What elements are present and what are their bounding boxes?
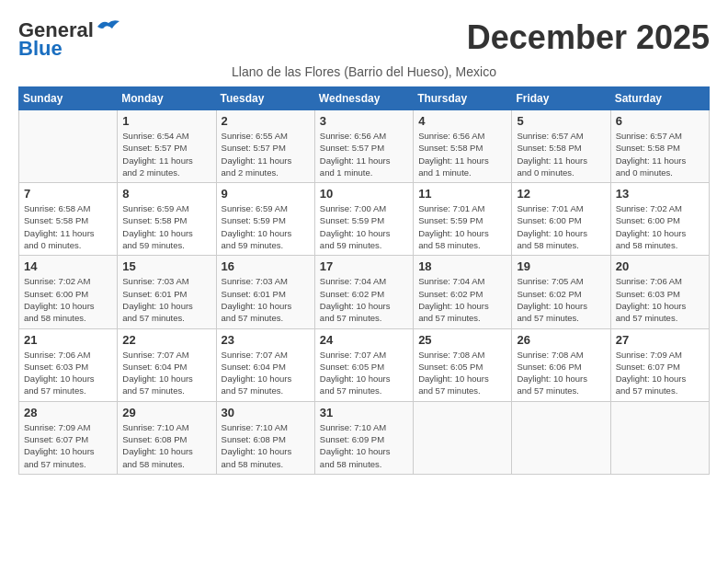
calendar-week-row: 7Sunrise: 6:58 AM Sunset: 5:58 PM Daylig… [19, 183, 710, 256]
day-info: Sunrise: 6:56 AM Sunset: 5:57 PM Dayligh… [320, 130, 408, 178]
day-info: Sunrise: 7:07 AM Sunset: 6:05 PM Dayligh… [320, 349, 408, 397]
day-number: 9 [222, 187, 310, 201]
calendar-cell: 6Sunrise: 6:57 AM Sunset: 5:58 PM Daylig… [610, 110, 709, 183]
calendar-cell: 8Sunrise: 6:59 AM Sunset: 5:58 PM Daylig… [118, 183, 216, 256]
calendar-cell: 10Sunrise: 7:00 AM Sunset: 5:59 PM Dayli… [314, 183, 413, 256]
day-info: Sunrise: 7:02 AM Sunset: 6:00 PM Dayligh… [24, 275, 112, 324]
calendar-week-row: 1Sunrise: 6:54 AM Sunset: 5:57 PM Daylig… [19, 110, 710, 183]
day-number: 15 [122, 259, 210, 273]
calendar-cell: 3Sunrise: 6:56 AM Sunset: 5:57 PM Daylig… [314, 110, 413, 183]
calendar-header-row: SundayMondayTuesdayWednesdayThursdayFrid… [19, 87, 710, 110]
day-number: 1 [122, 114, 210, 128]
calendar-table: SundayMondayTuesdayWednesdayThursdayFrid… [18, 86, 710, 475]
day-number: 30 [222, 406, 310, 419]
day-info: Sunrise: 7:04 AM Sunset: 6:02 PM Dayligh… [320, 275, 408, 324]
day-info: Sunrise: 7:03 AM Sunset: 6:01 PM Dayligh… [222, 275, 310, 324]
day-number: 16 [222, 259, 310, 273]
header-monday: Monday [118, 87, 216, 110]
calendar-cell: 14Sunrise: 7:02 AM Sunset: 6:00 PM Dayli… [19, 256, 118, 328]
calendar-cell [512, 401, 610, 474]
day-number: 18 [418, 259, 506, 273]
day-number: 29 [122, 406, 210, 419]
day-info: Sunrise: 6:59 AM Sunset: 5:59 PM Dayligh… [222, 202, 310, 251]
calendar-cell: 11Sunrise: 7:01 AM Sunset: 5:59 PM Dayli… [414, 183, 512, 256]
day-info: Sunrise: 7:10 AM Sunset: 6:08 PM Dayligh… [222, 421, 310, 470]
calendar-cell: 9Sunrise: 6:59 AM Sunset: 5:59 PM Daylig… [216, 183, 314, 256]
calendar-cell: 29Sunrise: 7:10 AM Sunset: 6:08 PM Dayli… [118, 401, 216, 474]
day-info: Sunrise: 7:10 AM Sunset: 6:09 PM Dayligh… [320, 421, 408, 470]
logo-bird-icon [96, 17, 121, 36]
day-info: Sunrise: 7:10 AM Sunset: 6:08 PM Dayligh… [122, 421, 210, 470]
day-number: 20 [616, 259, 704, 273]
day-number: 21 [24, 333, 112, 347]
calendar-cell: 12Sunrise: 7:01 AM Sunset: 6:00 PM Dayli… [512, 183, 610, 256]
logo: General Blue [18, 18, 121, 61]
month-title: December 2025 [467, 18, 710, 57]
day-info: Sunrise: 7:00 AM Sunset: 5:59 PM Dayligh… [320, 202, 408, 251]
location-subtitle: Llano de las Flores (Barrio del Hueso), … [18, 64, 710, 79]
header-saturday: Saturday [610, 87, 709, 110]
day-info: Sunrise: 7:01 AM Sunset: 6:00 PM Dayligh… [517, 202, 605, 251]
calendar-cell: 24Sunrise: 7:07 AM Sunset: 6:05 PM Dayli… [314, 328, 413, 401]
calendar-cell: 19Sunrise: 7:05 AM Sunset: 6:02 PM Dayli… [512, 256, 610, 328]
day-info: Sunrise: 6:57 AM Sunset: 5:58 PM Dayligh… [616, 130, 704, 178]
day-number: 6 [616, 114, 704, 128]
calendar-cell: 31Sunrise: 7:10 AM Sunset: 6:09 PM Dayli… [314, 401, 413, 474]
header-friday: Friday [512, 87, 610, 110]
calendar-cell: 30Sunrise: 7:10 AM Sunset: 6:08 PM Dayli… [216, 401, 314, 474]
day-info: Sunrise: 7:04 AM Sunset: 6:02 PM Dayligh… [418, 275, 506, 324]
calendar-cell: 16Sunrise: 7:03 AM Sunset: 6:01 PM Dayli… [216, 256, 314, 328]
calendar-week-row: 28Sunrise: 7:09 AM Sunset: 6:07 PM Dayli… [19, 401, 710, 474]
day-info: Sunrise: 6:54 AM Sunset: 5:57 PM Dayligh… [122, 130, 210, 178]
calendar-cell: 1Sunrise: 6:54 AM Sunset: 5:57 PM Daylig… [118, 110, 216, 183]
day-number: 5 [517, 114, 605, 128]
day-number: 11 [418, 187, 506, 201]
day-info: Sunrise: 7:08 AM Sunset: 6:05 PM Dayligh… [418, 349, 506, 397]
day-number: 4 [418, 114, 506, 128]
calendar-cell [610, 401, 709, 474]
day-number: 31 [320, 406, 408, 419]
day-number: 26 [517, 333, 605, 347]
day-info: Sunrise: 7:03 AM Sunset: 6:01 PM Dayligh… [122, 275, 210, 324]
day-number: 8 [122, 187, 210, 201]
day-info: Sunrise: 7:06 AM Sunset: 6:03 PM Dayligh… [24, 349, 112, 397]
day-number: 25 [418, 333, 506, 347]
day-number: 19 [517, 259, 605, 273]
day-number: 2 [222, 114, 310, 128]
calendar-cell [414, 401, 512, 474]
day-number: 23 [222, 333, 310, 347]
calendar-cell: 23Sunrise: 7:07 AM Sunset: 6:04 PM Dayli… [216, 328, 314, 401]
day-info: Sunrise: 7:05 AM Sunset: 6:02 PM Dayligh… [517, 275, 605, 324]
day-number: 14 [24, 259, 112, 273]
header-thursday: Thursday [414, 87, 512, 110]
day-number: 3 [320, 114, 408, 128]
calendar-cell: 26Sunrise: 7:08 AM Sunset: 6:06 PM Dayli… [512, 328, 610, 401]
page-header: General Blue December 2025 [18, 18, 710, 61]
day-info: Sunrise: 6:57 AM Sunset: 5:58 PM Dayligh… [517, 130, 605, 178]
day-number: 24 [320, 333, 408, 347]
day-number: 13 [616, 187, 704, 201]
calendar-cell: 25Sunrise: 7:08 AM Sunset: 6:05 PM Dayli… [414, 328, 512, 401]
day-number: 7 [24, 187, 112, 201]
calendar-cell: 20Sunrise: 7:06 AM Sunset: 6:03 PM Dayli… [610, 256, 709, 328]
calendar-cell: 21Sunrise: 7:06 AM Sunset: 6:03 PM Dayli… [19, 328, 118, 401]
day-info: Sunrise: 7:09 AM Sunset: 6:07 PM Dayligh… [24, 421, 112, 470]
calendar-cell: 2Sunrise: 6:55 AM Sunset: 5:57 PM Daylig… [216, 110, 314, 183]
day-info: Sunrise: 7:08 AM Sunset: 6:06 PM Dayligh… [517, 349, 605, 397]
day-number: 12 [517, 187, 605, 201]
calendar-cell: 4Sunrise: 6:56 AM Sunset: 5:58 PM Daylig… [414, 110, 512, 183]
calendar-week-row: 21Sunrise: 7:06 AM Sunset: 6:03 PM Dayli… [19, 328, 710, 401]
day-info: Sunrise: 7:07 AM Sunset: 6:04 PM Dayligh… [122, 349, 210, 397]
calendar-cell [19, 110, 118, 183]
day-number: 17 [320, 259, 408, 273]
day-info: Sunrise: 7:07 AM Sunset: 6:04 PM Dayligh… [222, 349, 310, 397]
day-info: Sunrise: 7:09 AM Sunset: 6:07 PM Dayligh… [616, 349, 704, 397]
day-number: 27 [616, 333, 704, 347]
day-info: Sunrise: 7:02 AM Sunset: 6:00 PM Dayligh… [616, 202, 704, 251]
day-info: Sunrise: 6:58 AM Sunset: 5:58 PM Dayligh… [24, 202, 112, 251]
day-info: Sunrise: 6:55 AM Sunset: 5:57 PM Dayligh… [222, 130, 310, 178]
day-info: Sunrise: 7:01 AM Sunset: 5:59 PM Dayligh… [418, 202, 506, 251]
calendar-cell: 17Sunrise: 7:04 AM Sunset: 6:02 PM Dayli… [314, 256, 413, 328]
calendar-cell: 22Sunrise: 7:07 AM Sunset: 6:04 PM Dayli… [118, 328, 216, 401]
header-tuesday: Tuesday [216, 87, 314, 110]
